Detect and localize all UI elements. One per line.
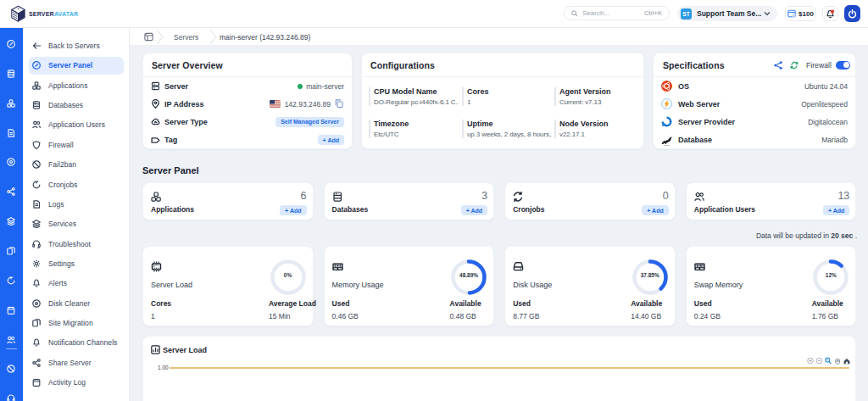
svg-text:MariaDB: MariaDB [664, 144, 669, 145]
